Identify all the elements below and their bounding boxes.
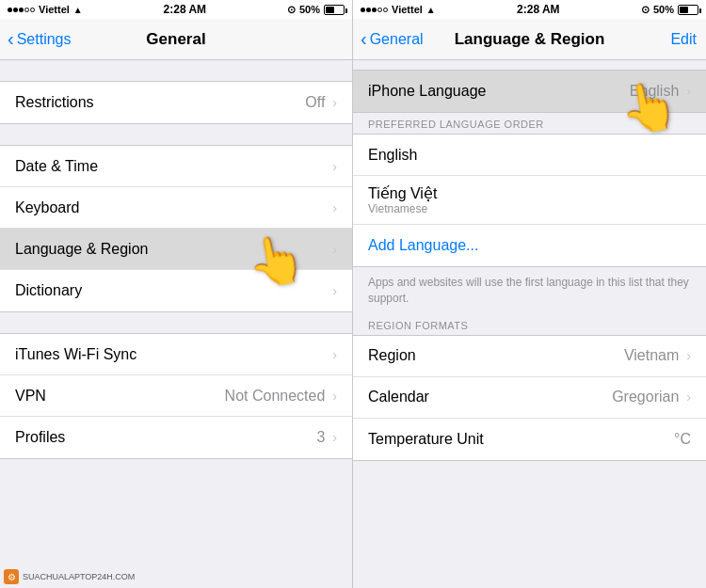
- iphone-language-group: iPhone Language English › 👆: [353, 70, 706, 113]
- right-battery-pct: 50%: [653, 4, 674, 15]
- date-time-item[interactable]: Date & Time ›: [0, 146, 352, 187]
- profiles-item[interactable]: Profiles 3 ›: [0, 417, 352, 458]
- keyboard-value-group: ›: [329, 200, 337, 215]
- left-carrier: Viettel: [39, 4, 70, 15]
- left-battery-fill: [326, 7, 334, 13]
- vietnamese-lang-main: Tiếng Việt Vietnamese: [368, 184, 437, 215]
- calendar-value-group: Gregorian ›: [612, 389, 691, 405]
- iphone-language-value: English: [630, 83, 679, 100]
- signal-dots: [8, 8, 35, 12]
- left-back-label: Settings: [17, 31, 72, 48]
- right-edit-button[interactable]: Edit: [670, 31, 697, 48]
- vietnamese-lang-label: Tiếng Việt: [368, 184, 437, 202]
- dot2: [13, 8, 18, 12]
- itunes-chevron-icon: ›: [332, 347, 337, 362]
- vpn-label: VPN: [15, 388, 46, 405]
- dot3: [19, 8, 24, 12]
- dictionary-chevron-icon: ›: [332, 283, 337, 298]
- profiles-chevron-icon: ›: [332, 430, 337, 445]
- language-region-item[interactable]: Language & Region › 👆: [0, 229, 352, 270]
- restrictions-value-group: Off ›: [305, 94, 337, 111]
- left-back-button[interactable]: ‹ Settings: [8, 28, 71, 50]
- calendar-value: Gregorian: [612, 389, 679, 405]
- left-status-bar: Viettel ▲ 2:28 AM ⊙ 50%: [0, 0, 352, 19]
- region-value: Vietnam: [624, 347, 679, 364]
- left-battery-icon: ⊙: [287, 4, 296, 16]
- spacer2: [0, 124, 352, 145]
- itunes-label: iTunes Wi-Fi Sync: [15, 346, 136, 363]
- right-time: 2:28 AM: [517, 3, 560, 16]
- region-formats-group: Region Vietnam › Calendar Gregorian › Te…: [353, 335, 706, 461]
- keyboard-item[interactable]: Keyboard ›: [0, 187, 352, 229]
- date-time-value-group: ›: [329, 159, 337, 174]
- temperature-item[interactable]: Temperature Unit °C: [353, 419, 706, 460]
- region-item[interactable]: Region Vietnam ›: [353, 336, 706, 377]
- r-dot4: [377, 8, 382, 12]
- date-time-label: Date & Time: [15, 158, 98, 175]
- spacer1: [0, 60, 352, 81]
- left-battery-pct: 50%: [299, 4, 320, 15]
- add-language-label: Add Language...: [368, 237, 478, 254]
- restrictions-item[interactable]: Restrictions Off ›: [0, 82, 352, 123]
- right-back-chevron-icon: ‹: [361, 28, 367, 50]
- iphone-language-item[interactable]: iPhone Language English › 👆: [353, 71, 706, 112]
- itunes-item[interactable]: iTunes Wi-Fi Sync ›: [0, 334, 352, 375]
- region-header: REGION FORMATS: [353, 314, 706, 335]
- right-status-bar: Viettel ▲ 2:28 AM ⊙ 50%: [353, 0, 706, 19]
- r-dot3: [372, 8, 377, 12]
- vietnamese-lang-item[interactable]: Tiếng Việt Vietnamese: [353, 176, 706, 225]
- profiles-label: Profiles: [15, 429, 65, 446]
- vpn-chevron-icon: ›: [332, 389, 337, 404]
- dictionary-value-group: ›: [329, 283, 337, 298]
- right-status-right: ⊙ 50%: [641, 4, 698, 16]
- left-time: 2:28 AM: [164, 3, 207, 16]
- right-panel: Viettel ▲ 2:28 AM ⊙ 50% ‹ General Langua…: [353, 0, 706, 588]
- calendar-item[interactable]: Calendar Gregorian ›: [353, 377, 706, 419]
- restrictions-value: Off: [305, 94, 325, 111]
- dictionary-label: Dictionary: [15, 282, 82, 299]
- right-scroll: iPhone Language English › 👆 PREFERRED LA…: [353, 60, 706, 588]
- dot5: [30, 8, 35, 12]
- vpn-value: Not Connected: [225, 388, 326, 405]
- r-dot2: [366, 8, 371, 12]
- restrictions-label: Restrictions: [15, 94, 94, 111]
- language-region-value-group: ›: [329, 242, 337, 257]
- iphone-language-label: iPhone Language: [368, 83, 486, 100]
- calendar-chevron-icon: ›: [686, 389, 691, 405]
- dot1: [8, 8, 12, 12]
- calendar-label: Calendar: [368, 389, 429, 405]
- dictionary-item[interactable]: Dictionary ›: [0, 270, 352, 311]
- vpn-item[interactable]: VPN Not Connected ›: [0, 375, 352, 417]
- watermark-icon: ⚙: [4, 569, 19, 584]
- iphone-language-chevron-icon: ›: [686, 84, 691, 99]
- left-status-left: Viettel ▲: [8, 4, 83, 15]
- right-back-button[interactable]: ‹ General: [361, 28, 424, 50]
- right-nav-bar: ‹ General Language & Region Edit: [353, 19, 706, 60]
- vpn-value-group: Not Connected ›: [225, 388, 337, 405]
- info-text: Apps and websites will use the first lan…: [353, 267, 706, 314]
- english-lang-item[interactable]: English: [353, 135, 706, 176]
- itunes-value-group: ›: [329, 347, 337, 362]
- region-value-group: Vietnam ›: [624, 347, 691, 364]
- left-nav-bar: ‹ Settings General: [0, 19, 352, 60]
- left-section-1: Restrictions Off ›: [0, 81, 352, 124]
- add-language-item[interactable]: Add Language...: [353, 225, 706, 266]
- left-nav-title: General: [146, 30, 205, 49]
- temperature-value: °C: [674, 431, 691, 448]
- profiles-value: 3: [316, 429, 325, 446]
- left-scroll: Restrictions Off › Date & Time › Keyboar…: [0, 60, 352, 588]
- date-time-chevron-icon: ›: [332, 159, 337, 174]
- profiles-value-group: 3 ›: [316, 429, 337, 446]
- temperature-value-group: °C: [674, 431, 691, 448]
- right-status-left: Viettel ▲: [361, 4, 436, 15]
- left-watermark: ⚙ SUACHUALAPTOP24H.COM: [4, 569, 135, 584]
- spacer3: [0, 312, 352, 333]
- preferred-header: PREFERRED LANGUAGE ORDER: [353, 113, 706, 134]
- right-battery-fill: [680, 7, 688, 13]
- keyboard-label: Keyboard: [15, 199, 80, 216]
- right-back-label: General: [370, 31, 424, 48]
- right-wifi-icon: ▲: [426, 5, 436, 15]
- left-panel: Viettel ▲ 2:28 AM ⊙ 50% ‹ Settings Gener…: [0, 0, 353, 588]
- right-battery-bar: [678, 5, 698, 15]
- iphone-language-value-group: English ›: [630, 83, 691, 100]
